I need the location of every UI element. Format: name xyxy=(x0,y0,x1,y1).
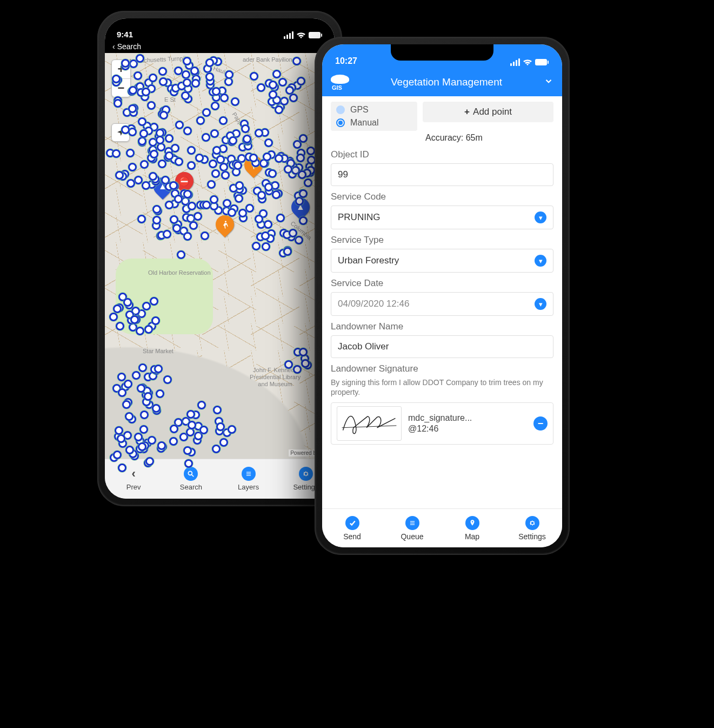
data-point[interactable] xyxy=(196,116,205,125)
data-point[interactable] xyxy=(263,153,271,161)
data-point[interactable] xyxy=(139,129,148,138)
data-point[interactable] xyxy=(188,202,196,210)
data-point[interactable] xyxy=(122,400,131,409)
data-point[interactable] xyxy=(187,161,196,170)
data-point[interactable] xyxy=(158,160,166,168)
data-point[interactable] xyxy=(249,154,258,162)
tab-map[interactable]: Map xyxy=(442,509,502,547)
data-point[interactable] xyxy=(195,154,204,162)
data-point[interactable] xyxy=(175,157,183,166)
data-point[interactable] xyxy=(219,116,228,125)
data-point[interactable] xyxy=(169,437,178,446)
data-point[interactable] xyxy=(269,81,277,89)
data-point[interactable] xyxy=(261,231,270,240)
data-point[interactable] xyxy=(295,197,304,206)
back-button[interactable]: ‹ Search xyxy=(105,40,335,53)
data-point[interactable] xyxy=(114,99,122,108)
data-point[interactable] xyxy=(138,442,146,451)
data-point[interactable] xyxy=(299,216,308,225)
data-point[interactable] xyxy=(280,97,289,105)
data-point[interactable] xyxy=(183,232,192,241)
data-point[interactable] xyxy=(126,179,135,188)
data-point[interactable] xyxy=(183,78,191,87)
data-point[interactable] xyxy=(213,406,222,414)
data-point[interactable] xyxy=(189,221,198,230)
input-object-id[interactable]: 99 xyxy=(331,163,553,186)
data-point[interactable] xyxy=(278,78,287,87)
data-point[interactable] xyxy=(181,91,190,100)
data-point[interactable] xyxy=(223,199,231,208)
data-point[interactable] xyxy=(268,169,277,178)
data-point[interactable] xyxy=(172,224,181,233)
data-point[interactable] xyxy=(250,72,258,81)
data-point[interactable] xyxy=(183,127,192,135)
data-point[interactable] xyxy=(134,71,142,80)
data-point[interactable] xyxy=(193,212,202,221)
data-point[interactable] xyxy=(212,146,221,155)
data-point[interactable] xyxy=(264,220,272,229)
data-point[interactable] xyxy=(130,315,139,324)
data-point[interactable] xyxy=(207,180,216,189)
data-point[interactable] xyxy=(145,457,154,466)
data-point[interactable] xyxy=(199,426,208,434)
data-point[interactable] xyxy=(123,298,132,307)
data-point[interactable] xyxy=(205,58,214,67)
mode-manual[interactable]: Manual xyxy=(336,118,412,128)
data-point[interactable] xyxy=(229,136,237,145)
data-point[interactable] xyxy=(136,54,144,63)
data-point[interactable] xyxy=(295,236,303,244)
data-point[interactable] xyxy=(293,365,302,374)
input-landowner[interactable]: Jacob Oliver xyxy=(331,335,553,358)
data-point[interactable] xyxy=(255,215,263,223)
data-point[interactable] xyxy=(117,434,125,443)
data-point[interactable] xyxy=(165,201,174,209)
data-point[interactable] xyxy=(159,77,168,86)
data-point[interactable] xyxy=(150,150,158,158)
data-point[interactable] xyxy=(128,104,137,113)
data-point[interactable] xyxy=(118,464,126,472)
data-point[interactable] xyxy=(129,86,137,95)
data-point[interactable] xyxy=(142,88,150,96)
data-point[interactable] xyxy=(197,401,206,409)
data-point[interactable] xyxy=(187,146,196,155)
data-point[interactable] xyxy=(299,134,308,143)
data-point[interactable] xyxy=(177,250,185,259)
data-point[interactable] xyxy=(211,169,220,178)
data-point[interactable] xyxy=(212,87,221,96)
data-point[interactable] xyxy=(296,154,305,162)
data-point[interactable] xyxy=(117,373,126,381)
data-point[interactable] xyxy=(165,151,174,160)
data-point[interactable] xyxy=(201,231,209,240)
data-point[interactable] xyxy=(210,129,219,138)
data-point[interactable] xyxy=(299,189,308,198)
data-point[interactable] xyxy=(219,163,228,171)
header-dropdown[interactable] xyxy=(544,76,553,89)
data-point[interactable] xyxy=(228,425,236,434)
data-point[interactable] xyxy=(257,83,265,92)
data-point[interactable] xyxy=(264,183,273,191)
data-point[interactable] xyxy=(209,160,217,168)
data-point[interactable] xyxy=(113,451,122,459)
tab-send[interactable]: Send xyxy=(322,509,382,547)
data-point[interactable] xyxy=(289,229,297,237)
data-point[interactable] xyxy=(170,215,178,224)
data-point[interactable] xyxy=(165,134,174,143)
data-point[interactable] xyxy=(297,77,305,85)
data-point[interactable] xyxy=(138,117,146,126)
tab-settings[interactable]: Settings xyxy=(502,509,562,547)
data-point[interactable] xyxy=(235,194,243,203)
data-point[interactable] xyxy=(224,77,233,86)
signature-attachment[interactable]: mdc_signature... @12:46 − xyxy=(331,402,553,445)
data-point[interactable] xyxy=(151,316,160,325)
data-point[interactable] xyxy=(233,161,242,170)
select-service-date[interactable]: 04/09/2020 12:46 ▾ xyxy=(331,292,553,316)
data-point[interactable] xyxy=(156,136,164,144)
data-point[interactable] xyxy=(137,384,145,393)
data-point[interactable] xyxy=(225,70,233,79)
data-point[interactable] xyxy=(216,422,225,431)
data-point[interactable] xyxy=(255,129,263,137)
map-canvas[interactable]: Massachusetts Turnpike ader Bank Pavilio… xyxy=(105,53,335,459)
data-point[interactable] xyxy=(221,171,230,180)
select-service-type[interactable]: Urban Forestry ▾ xyxy=(331,249,553,273)
data-point[interactable] xyxy=(138,363,147,372)
